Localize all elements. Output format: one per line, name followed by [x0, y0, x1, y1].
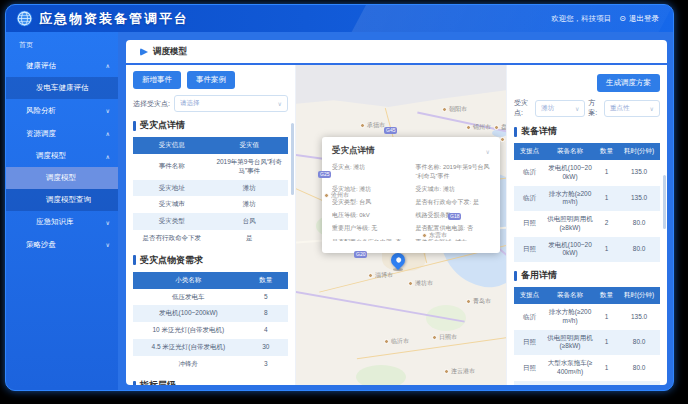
chevron-down-icon: ∨: [575, 105, 579, 112]
popup-title: 受灾点详情: [332, 145, 375, 157]
section-disaster-detail: 受灾点详情: [133, 119, 288, 132]
column-header: 耗时(分钟): [618, 143, 660, 160]
filter-disaster-point-label: 受灾点:: [514, 98, 532, 118]
map-city-label: 临沂市: [384, 337, 409, 346]
map-region-mask: [296, 65, 506, 107]
map-city-label: 青岛市: [466, 297, 491, 306]
column-header: 受灾值: [211, 137, 289, 154]
logout-label: 退出登录: [629, 14, 659, 24]
equipment-detail-table: 支援点装备名称数量耗时(分钟)临沂发电机(100~200kW)1135.0临沂排…: [514, 143, 660, 262]
popup-collapse-icon[interactable]: ∨: [486, 148, 490, 155]
right-panel: 生成调度方案 受灾点: 潍坊 ∨ 方案: 重点性 ∨: [506, 65, 667, 385]
map-city-label: 东营市: [422, 231, 447, 240]
right-panel-scrollbar[interactable]: [663, 175, 666, 229]
chevron-up-icon: ∧: [106, 153, 110, 160]
table-row: 临沂排水方舱(≥200m³/h)1135.0: [514, 186, 660, 212]
chevron-down-icon: ∨: [278, 100, 282, 107]
filter-plan-select[interactable]: 重点性 ∨: [604, 100, 660, 117]
column-header: 装备名称: [545, 287, 595, 304]
table-row: 日照发电机(100~200kW)180.0: [514, 237, 660, 263]
sidebar: 首页 健康评估 ∧ 发电车健康评估 风险分析 ∨ 资源调度 ∧ 调度模型 ∧: [6, 32, 118, 390]
backup-detail-table: 支援点装备名称数量耗时(分钟)临沂排水方舱(≥200m³/h)1135.0日照供…: [514, 287, 660, 385]
section-backup-detail: 备用详情: [514, 269, 660, 282]
section-indicator-hierarchy: 指标层级: [133, 379, 288, 385]
column-header: 装备名称: [545, 143, 595, 160]
generate-dispatch-plan-button[interactable]: 生成调度方案: [597, 74, 660, 92]
logout-button[interactable]: ⊙ 退出登录: [619, 14, 659, 24]
map-city-label: 盘锦市: [494, 123, 506, 132]
popup-field: 受灾点: 潍坊: [332, 163, 413, 180]
sidebar-item-generator-vehicle-health[interactable]: 发电车健康评估: [6, 77, 118, 99]
left-panel-scrollbar[interactable]: [291, 123, 294, 195]
main-area: 调度模型 新增事件 事件案例 选择受灾点: 请选择 ∨: [118, 32, 673, 390]
content-card: 调度模型 新增事件 事件案例 选择受灾点: 请选择 ∨: [126, 40, 667, 385]
column-header: 支援点: [514, 143, 545, 160]
map-green-area: [356, 365, 406, 385]
chevron-down-icon: ∨: [650, 105, 654, 112]
app-title: 应急物资装备管调平台: [39, 10, 189, 28]
popup-field: 事件名称: 2019年第9号台风“利奇马”事件: [416, 163, 490, 180]
column-header: 数量: [595, 143, 618, 160]
table-row: 临沂排水方舱(≥200m³/h)1135.0: [514, 304, 660, 330]
table-row: 10 米泛光灯(自带发电机)4: [133, 322, 288, 339]
chevron-down-icon: ∨: [106, 219, 110, 226]
highway-shield-label: G18: [448, 213, 461, 220]
map-city-label: 淄博市: [368, 271, 393, 280]
tab-dispatch-model[interactable]: 调度模型: [153, 46, 187, 58]
column-header: 受灾信息: [133, 137, 211, 154]
top-bar: 应急物资装备管调平台 欢迎您，科技项目 ⊙ 退出登录: [6, 5, 673, 32]
filter-plan-label: 方案:: [588, 98, 601, 118]
chevron-down-icon: ∨: [106, 107, 110, 114]
disaster-point-select[interactable]: 请选择 ∨: [174, 95, 288, 112]
highway-shield-label: G20: [354, 251, 367, 258]
sidebar-item-home[interactable]: 首页: [6, 36, 118, 54]
column-header: 数量: [244, 272, 288, 289]
sidebar-item-health-assessment[interactable]: 健康评估 ∧: [6, 54, 118, 77]
disaster-detail-table: 受灾信息受灾值事件名称2019年第9号台风“利奇马”事件受灾地址潍坊受灾城市潍坊…: [133, 137, 288, 247]
section-material-demand: 受灾点物资需求: [133, 254, 288, 267]
map-city-label: 朝阳市: [442, 105, 467, 114]
map-city-label: 沧州市: [324, 191, 349, 200]
table-row: 4.5 米泛光灯(自带发电机)30: [133, 339, 288, 356]
map[interactable]: 受灾点详情 ∨ 受灾点: 潍坊事件名称: 2019年第9号台风“利奇马”事件受灾…: [296, 65, 506, 385]
sidebar-item-resource-dispatch[interactable]: 资源调度 ∧: [6, 122, 118, 145]
table-row: 日照供电照明两用机(≥8kW)280.0: [514, 211, 660, 237]
table-row: 受灾地址潍坊: [133, 180, 288, 197]
table-row: 日照供电照明两用机(≥8kW)180.0: [514, 330, 660, 356]
table-row: 受灾城市潍坊: [133, 196, 288, 213]
add-event-button[interactable]: 新增事件: [133, 71, 181, 89]
map-city-label: 潍坊市: [408, 279, 433, 288]
popup-field-list: 受灾点: 潍坊事件名称: 2019年第9号台风“利奇马”事件受灾地址: 潍坊受灾…: [332, 163, 490, 241]
left-panel: 新增事件 事件案例 选择受灾点: 请选择 ∨ 受灾点详情: [126, 65, 296, 385]
section-equipment-detail: 装备详情: [514, 125, 660, 138]
sidebar-item-dispatch-model-query[interactable]: 调度模型查询: [6, 189, 118, 211]
chevron-up-icon: ∧: [106, 130, 110, 137]
material-demand-table: 小类名称数量低压发电车5发电机(100~200kW)810 米泛光灯(自带发电机…: [133, 272, 288, 373]
app-logo-globe-icon: [16, 10, 33, 27]
table-row: 低压发电车5: [133, 289, 288, 306]
sidebar-item-dispatch-model-active[interactable]: 调度模型: [6, 167, 118, 189]
table-row: 受灾类型台风: [133, 213, 288, 230]
sidebar-item-emergency-knowledge-base[interactable]: 应急知识库 ∨: [6, 211, 118, 233]
filter-disaster-point-select[interactable]: 潍坊 ∨: [535, 100, 585, 117]
chevron-up-icon: ∧: [106, 62, 110, 69]
table-row: 日照大型水泵拖车(≥400m³/h)180.0: [514, 355, 660, 381]
table-row: 发电机(100~200kW)8: [133, 305, 288, 322]
column-header: 数量: [595, 287, 618, 304]
table-row: 事件名称2019年第9号台风“利奇马”事件: [133, 154, 288, 180]
map-city-label: 锦州市: [466, 123, 491, 132]
sidebar-item-dispatch-model-group[interactable]: 调度模型 ∧: [6, 145, 118, 167]
map-city-label: 连云港市: [444, 367, 475, 376]
chevron-down-icon: ∨: [106, 241, 110, 248]
app-window: 应急物资装备管调平台 欢迎您，科技项目 ⊙ 退出登录 首页 健康评估 ∧ 发电车…: [5, 4, 674, 391]
popup-field: 是否有行政命令下发: 是: [416, 198, 490, 207]
map-city-label: 承德市: [360, 121, 385, 130]
highway-shield-label: G45: [384, 127, 397, 134]
sidebar-item-strategy-sandbox[interactable]: 策略沙盘 ∨: [6, 233, 118, 256]
event-case-button[interactable]: 事件案例: [187, 71, 235, 89]
popup-field: 电压等级: 0kV: [332, 211, 413, 220]
table-row: 冲锋舟3: [133, 356, 288, 373]
welcome-text: 欢迎您，科技项目: [551, 14, 611, 24]
sidebar-item-risk-analysis[interactable]: 风险分析 ∨: [6, 99, 118, 122]
tab-bar: 调度模型: [126, 40, 667, 65]
